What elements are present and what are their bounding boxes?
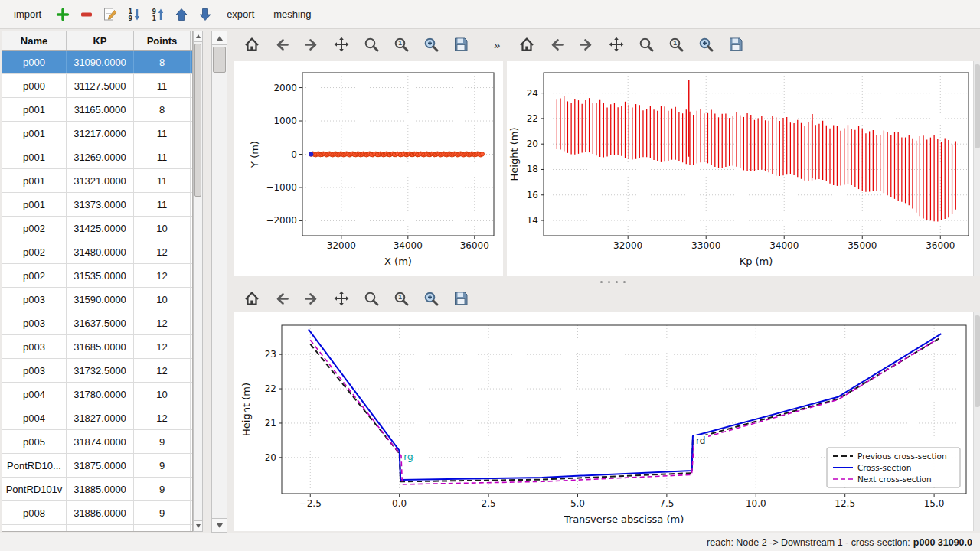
table-row[interactable]: p00331732.500012 <box>2 359 192 383</box>
back-button[interactable] <box>271 288 292 309</box>
zoom-original-button[interactable]: 1 <box>390 288 412 309</box>
back-button[interactable] <box>546 34 567 55</box>
scrollbar-thumb[interactable] <box>975 64 980 148</box>
cell-points: 11 <box>134 193 191 216</box>
table-row[interactable]: p00531874.00009 <box>2 430 192 454</box>
zoom-to-fit-button[interactable] <box>420 288 442 309</box>
home-button[interactable] <box>241 34 263 55</box>
cell-kp: 31637.5000 <box>67 311 134 334</box>
zoom-button[interactable] <box>635 34 657 55</box>
remove-section-button[interactable] <box>77 5 96 24</box>
pan-button[interactable] <box>331 288 352 309</box>
arrow-up-icon <box>217 36 223 41</box>
menu-export[interactable]: export <box>219 5 262 24</box>
svg-text:1: 1 <box>152 15 157 22</box>
table-row[interactable]: p00431780.000010 <box>2 383 192 406</box>
column-header-name[interactable]: Name <box>2 31 67 50</box>
scrollbar-thumb[interactable] <box>194 44 201 197</box>
menu-meshing[interactable]: meshing <box>266 5 318 24</box>
zoom-button[interactable] <box>361 288 382 309</box>
longitudinal-plot-canvas[interactable]: 3200033000340003500036000141618202224Kp … <box>507 61 974 276</box>
cell-points: 12 <box>134 311 191 334</box>
sort-ascending-button[interactable]: 1 9 <box>124 5 144 24</box>
table-scrollbar[interactable] <box>193 31 203 532</box>
table-row[interactable]: p00131269.000011 <box>2 145 192 169</box>
plus-icon <box>55 7 70 22</box>
cross-section-plot-canvas[interactable]: −2.50.02.55.07.510.012.515.020212223Tran… <box>234 312 973 531</box>
xy-plot-canvas[interactable]: 320003400036000−2000−1000010002000X (m)Y… <box>234 61 503 276</box>
svg-text:18: 18 <box>527 164 538 174</box>
move-up-button[interactable] <box>172 5 191 24</box>
table-row[interactable]: PontRD10...31875.00009 <box>2 454 192 478</box>
table-row[interactable]: p00131321.000011 <box>2 169 192 193</box>
edit-section-button[interactable] <box>100 5 120 24</box>
scroll-down-button[interactable] <box>212 518 227 532</box>
menu-import[interactable]: import <box>6 5 49 24</box>
home-button[interactable] <box>516 34 537 55</box>
table-row[interactable]: p00131165.00008 <box>2 98 192 122</box>
save-button[interactable] <box>450 34 472 55</box>
column-header-kp[interactable]: KP <box>67 31 134 50</box>
arrow-up-icon <box>174 7 189 22</box>
table-row[interactable]: p00331637.500012 <box>2 311 192 335</box>
table-row[interactable]: p00231480.000012 <box>2 240 192 264</box>
scrollbar-thumb[interactable] <box>975 315 980 407</box>
cell-name: p003 <box>2 335 67 358</box>
table-row[interactable]: p00231535.000012 <box>2 264 192 288</box>
zoom-to-fit-button[interactable] <box>695 34 717 55</box>
pan-button[interactable] <box>331 34 352 55</box>
save-button[interactable] <box>725 34 746 55</box>
home-button[interactable] <box>241 288 263 309</box>
table-row[interactable]: p00331685.000012 <box>2 335 192 359</box>
pan-button[interactable] <box>606 34 627 55</box>
cell-name: p005 <box>2 430 67 453</box>
svg-text:2000: 2000 <box>273 83 297 93</box>
move-down-button[interactable] <box>195 5 215 24</box>
zoom-original-button[interactable]: 1 <box>665 34 687 55</box>
cell-kp: 31590.0000 <box>67 288 134 311</box>
panel-scrollbar[interactable] <box>211 31 227 533</box>
scroll-up-button[interactable] <box>212 31 227 45</box>
zoom-to-fit-button[interactable] <box>420 34 442 55</box>
table-row[interactable]: p00031090.00008 <box>2 51 192 74</box>
table-row[interactable]: p00031127.500011 <box>2 74 192 98</box>
add-section-button[interactable] <box>53 5 73 24</box>
forward-button[interactable] <box>301 288 322 309</box>
plot-area-scrollbar[interactable] <box>973 61 980 276</box>
cell-kp: 31929.0000 <box>67 525 134 532</box>
table-row[interactable]: p00231425.000010 <box>2 217 192 240</box>
table-row[interactable]: p00431827.000012 <box>2 406 192 430</box>
scroll-up-button[interactable] <box>194 31 202 42</box>
cell-kp: 31732.5000 <box>67 359 134 382</box>
plot-area-scrollbar[interactable] <box>973 312 980 531</box>
toolbar-overflow-button[interactable]: » <box>494 38 500 51</box>
cell-name: p001 <box>2 169 67 192</box>
save-icon <box>452 35 470 54</box>
cell-name: p000 <box>2 51 67 73</box>
forward-button[interactable] <box>576 34 597 55</box>
table-row[interactable]: p00131217.000011 <box>2 122 192 145</box>
svg-text:−2.5: −2.5 <box>299 498 322 509</box>
forward-button[interactable] <box>301 34 322 55</box>
arrow-down-icon <box>217 523 223 528</box>
zoom-button[interactable] <box>361 34 382 55</box>
scrollbar-thumb[interactable] <box>213 47 226 73</box>
column-header-points[interactable]: Points <box>134 31 191 50</box>
cell-kp: 31875.0000 <box>67 454 134 477</box>
table-row[interactable]: p00831929.000013 <box>2 525 192 532</box>
zoom-original-button[interactable]: 1 <box>390 34 412 55</box>
svg-text:32000: 32000 <box>613 240 642 251</box>
edit-icon <box>103 7 118 22</box>
table-row[interactable]: p00331590.000010 <box>2 288 192 311</box>
cell-points: 12 <box>134 240 191 263</box>
back-button[interactable] <box>271 34 292 55</box>
scroll-down-button[interactable] <box>194 520 202 531</box>
splitter-handle[interactable] <box>599 280 629 285</box>
arrow-down-icon <box>198 7 213 22</box>
sort-descending-button[interactable]: 9 1 <box>148 5 168 24</box>
svg-text:9: 9 <box>129 15 133 22</box>
save-button[interactable] <box>450 288 472 309</box>
table-row[interactable]: PontRD101v31885.00009 <box>2 478 192 501</box>
table-row[interactable]: p00831886.00009 <box>2 501 192 525</box>
table-row[interactable]: p00131373.000011 <box>2 193 192 217</box>
